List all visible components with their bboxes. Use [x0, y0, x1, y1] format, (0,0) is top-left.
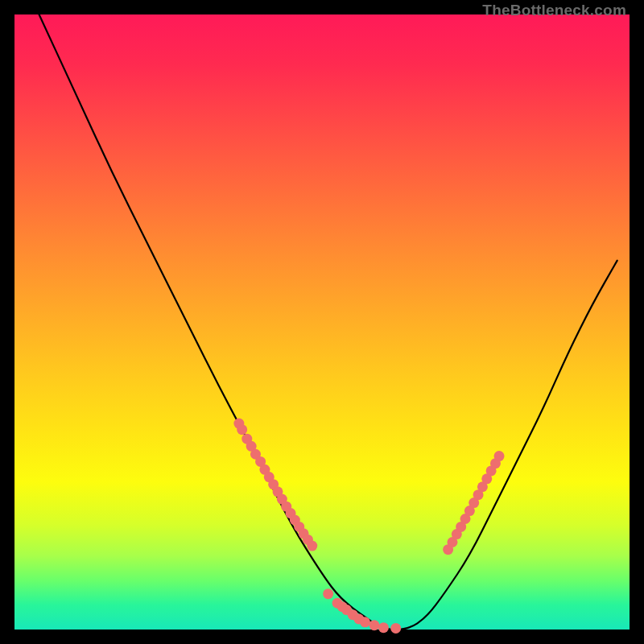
watermark-text: TheBottleneck.com [482, 2, 626, 19]
chart-svg [14, 14, 630, 630]
highlight-dot [390, 623, 401, 634]
highlight-dot [494, 451, 505, 461]
highlight-dot [360, 617, 370, 627]
plot-area [14, 14, 630, 630]
highlight-dot [323, 588, 333, 599]
chart-frame: TheBottleneck.com [0, 0, 644, 644]
highlight-dot [307, 541, 317, 551]
bottleneck-curve [39, 14, 617, 630]
highlight-dot [369, 620, 379, 630]
highlight-dots [233, 419, 504, 634]
highlight-dot [237, 424, 247, 435]
highlight-dot [378, 622, 389, 633]
